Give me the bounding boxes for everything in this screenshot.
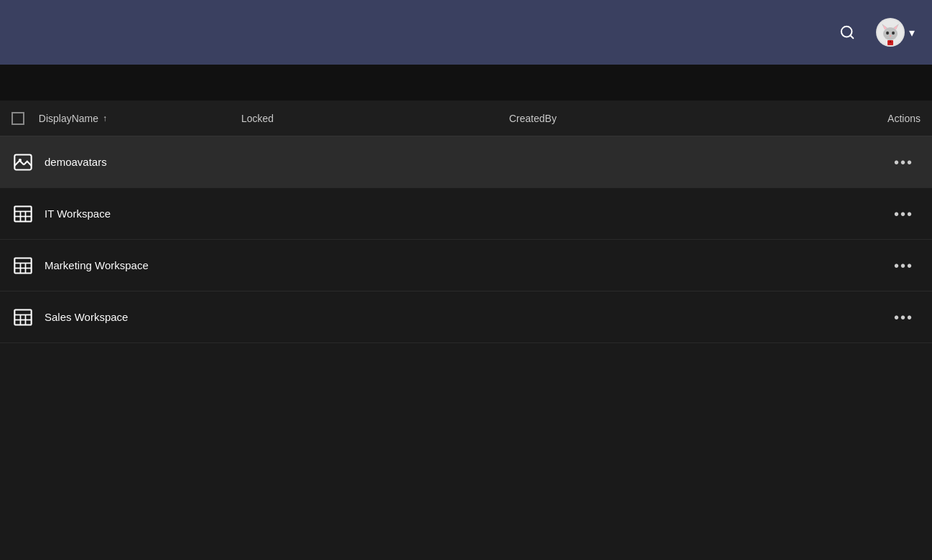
header-right: ▾ bbox=[833, 15, 921, 50]
row-display-name: Marketing Workspace bbox=[45, 259, 149, 271]
row-display-name: IT Workspace bbox=[45, 207, 111, 220]
row-name-cell: Marketing Workspace bbox=[11, 254, 241, 277]
image-icon bbox=[11, 151, 34, 174]
svg-point-3 bbox=[883, 27, 898, 40]
chevron-down-icon: ▾ bbox=[909, 26, 915, 39]
select-all-checkbox[interactable] bbox=[11, 112, 24, 125]
column-header-locked: Locked bbox=[241, 113, 509, 124]
row-name-cell: Sales Workspace bbox=[11, 306, 241, 329]
user-menu-button[interactable]: ▾ bbox=[870, 15, 921, 50]
table-row[interactable]: Sales Workspace ••• bbox=[0, 291, 932, 343]
row-actions-cell: ••• bbox=[777, 306, 921, 329]
column-label-createdby: CreatedBy bbox=[509, 113, 556, 124]
sub-header bbox=[0, 65, 932, 101]
svg-rect-20 bbox=[14, 258, 31, 273]
svg-line-1 bbox=[850, 35, 853, 38]
column-header-actions: Actions bbox=[777, 113, 921, 124]
row-actions-button[interactable]: ••• bbox=[887, 151, 921, 174]
avatar bbox=[876, 18, 905, 47]
svg-rect-25 bbox=[14, 309, 31, 325]
row-name-cell: IT Workspace bbox=[11, 202, 241, 225]
row-actions-button[interactable]: ••• bbox=[887, 202, 921, 225]
column-header-displayname: DisplayName ↑ bbox=[11, 112, 241, 125]
table-row[interactable]: demoavatars ••• bbox=[0, 136, 932, 188]
row-display-name: demoavatars bbox=[45, 156, 107, 168]
search-button[interactable] bbox=[833, 18, 862, 47]
row-display-name: Sales Workspace bbox=[45, 311, 128, 323]
svg-point-8 bbox=[886, 32, 889, 34]
svg-point-10 bbox=[890, 35, 891, 37]
workspace-icon bbox=[11, 254, 34, 277]
row-actions-button[interactable]: ••• bbox=[887, 306, 921, 329]
row-actions-cell: ••• bbox=[777, 254, 921, 277]
svg-point-9 bbox=[892, 32, 895, 34]
column-header-createdby: CreatedBy bbox=[509, 113, 777, 124]
row-actions-button[interactable]: ••• bbox=[887, 254, 921, 277]
column-label-actions: Actions bbox=[887, 113, 921, 124]
table-row[interactable]: Marketing Workspace ••• bbox=[0, 240, 932, 291]
workspace-icon bbox=[11, 306, 34, 329]
column-label-displayname: DisplayName bbox=[39, 113, 98, 124]
row-actions-cell: ••• bbox=[777, 151, 921, 174]
row-name-cell: demoavatars bbox=[11, 151, 241, 174]
svg-rect-15 bbox=[14, 206, 31, 221]
workspace-icon bbox=[11, 202, 34, 225]
sort-icon-displayname: ↑ bbox=[103, 113, 107, 123]
table-row[interactable]: IT Workspace ••• bbox=[0, 188, 932, 240]
table-header-row: DisplayName ↑ Locked CreatedBy Actions bbox=[0, 101, 932, 136]
workspaces-table: DisplayName ↑ Locked CreatedBy Actions bbox=[0, 101, 932, 343]
row-actions-cell: ••• bbox=[777, 202, 921, 225]
top-header: ▾ bbox=[0, 0, 932, 65]
column-label-locked: Locked bbox=[241, 113, 274, 124]
